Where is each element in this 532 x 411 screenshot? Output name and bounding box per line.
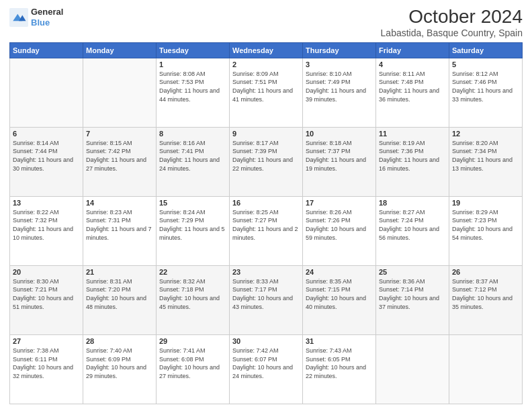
- day-info: Sunrise: 8:27 AM Sunset: 7:24 PM Dayligh…: [379, 208, 446, 242]
- week-row-1: 6Sunrise: 8:14 AM Sunset: 7:44 PM Daylig…: [10, 127, 523, 196]
- day-cell: 13Sunrise: 8:22 AM Sunset: 7:32 PM Dayli…: [10, 196, 83, 265]
- day-info: Sunrise: 8:33 AM Sunset: 7:17 PM Dayligh…: [232, 277, 300, 311]
- week-row-2: 13Sunrise: 8:22 AM Sunset: 7:32 PM Dayli…: [10, 196, 523, 265]
- day-cell: 17Sunrise: 8:26 AM Sunset: 7:26 PM Dayli…: [303, 196, 376, 265]
- day-number: 27: [13, 337, 80, 345]
- page: General Blue October 2024 Labastida, Bas…: [0, 0, 532, 411]
- day-info: Sunrise: 8:08 AM Sunset: 7:53 PM Dayligh…: [159, 70, 226, 103]
- day-number: 19: [452, 199, 519, 207]
- day-number: 3: [306, 60, 373, 68]
- day-cell: 25Sunrise: 8:36 AM Sunset: 7:14 PM Dayli…: [376, 265, 449, 334]
- day-number: 23: [232, 268, 300, 276]
- day-cell: 3Sunrise: 8:10 AM Sunset: 7:49 PM Daylig…: [303, 58, 376, 127]
- day-info: Sunrise: 8:36 AM Sunset: 7:14 PM Dayligh…: [379, 277, 446, 311]
- col-header-monday: Monday: [83, 42, 157, 58]
- calendar-table: SundayMondayTuesdayWednesdayThursdayFrid…: [9, 42, 523, 404]
- logo-icon: [9, 8, 28, 27]
- day-info: Sunrise: 7:38 AM Sunset: 6:11 PM Dayligh…: [13, 347, 80, 380]
- day-info: Sunrise: 8:29 AM Sunset: 7:23 PM Dayligh…: [452, 208, 519, 242]
- day-cell: 31Sunrise: 7:43 AM Sunset: 6:05 PM Dayli…: [303, 334, 376, 404]
- day-cell: 2Sunrise: 8:09 AM Sunset: 7:51 PM Daylig…: [230, 58, 303, 127]
- day-info: Sunrise: 8:12 AM Sunset: 7:46 PM Dayligh…: [452, 70, 519, 103]
- day-info: Sunrise: 8:37 AM Sunset: 7:12 PM Dayligh…: [452, 277, 519, 311]
- day-cell: 12Sunrise: 8:20 AM Sunset: 7:34 PM Dayli…: [449, 127, 523, 196]
- day-cell: 4Sunrise: 8:11 AM Sunset: 7:48 PM Daylig…: [376, 58, 449, 127]
- day-info: Sunrise: 8:35 AM Sunset: 7:15 PM Dayligh…: [306, 277, 373, 311]
- day-info: Sunrise: 8:14 AM Sunset: 7:44 PM Dayligh…: [13, 139, 80, 173]
- day-number: 8: [159, 130, 226, 138]
- day-info: Sunrise: 8:20 AM Sunset: 7:34 PM Dayligh…: [452, 139, 519, 173]
- title-block: October 2024 Labastida, Basque Country, …: [381, 7, 523, 38]
- day-number: 4: [379, 60, 446, 68]
- calendar-header-row: SundayMondayTuesdayWednesdayThursdayFrid…: [10, 42, 523, 58]
- logo: General Blue: [9, 7, 63, 28]
- day-number: 21: [86, 268, 153, 276]
- main-title: October 2024: [381, 7, 523, 28]
- day-cell: 21Sunrise: 8:31 AM Sunset: 7:20 PM Dayli…: [83, 265, 157, 334]
- day-cell: 23Sunrise: 8:33 AM Sunset: 7:17 PM Dayli…: [230, 265, 303, 334]
- day-info: Sunrise: 8:30 AM Sunset: 7:21 PM Dayligh…: [13, 277, 80, 311]
- day-cell: [83, 58, 157, 127]
- day-number: 22: [159, 268, 226, 276]
- day-info: Sunrise: 8:19 AM Sunset: 7:36 PM Dayligh…: [379, 139, 446, 173]
- day-number: 29: [159, 337, 226, 345]
- col-header-sunday: Sunday: [10, 42, 83, 58]
- day-cell: 14Sunrise: 8:23 AM Sunset: 7:31 PM Dayli…: [83, 196, 157, 265]
- day-number: 13: [13, 199, 80, 207]
- day-number: 14: [86, 199, 153, 207]
- day-info: Sunrise: 8:22 AM Sunset: 7:32 PM Dayligh…: [13, 208, 80, 242]
- day-number: 10: [306, 130, 373, 138]
- day-cell: 22Sunrise: 8:32 AM Sunset: 7:18 PM Dayli…: [157, 265, 230, 334]
- day-info: Sunrise: 7:43 AM Sunset: 6:05 PM Dayligh…: [306, 347, 373, 380]
- day-cell: 29Sunrise: 7:41 AM Sunset: 6:08 PM Dayli…: [157, 334, 230, 404]
- day-cell: 20Sunrise: 8:30 AM Sunset: 7:21 PM Dayli…: [10, 265, 83, 334]
- day-cell: 24Sunrise: 8:35 AM Sunset: 7:15 PM Dayli…: [303, 265, 376, 334]
- day-info: Sunrise: 8:11 AM Sunset: 7:48 PM Dayligh…: [379, 70, 446, 103]
- day-info: Sunrise: 8:18 AM Sunset: 7:37 PM Dayligh…: [306, 139, 373, 173]
- day-info: Sunrise: 8:31 AM Sunset: 7:20 PM Dayligh…: [86, 277, 153, 311]
- day-number: 18: [379, 199, 446, 207]
- col-header-saturday: Saturday: [449, 42, 523, 58]
- day-cell: 15Sunrise: 8:24 AM Sunset: 7:29 PM Dayli…: [157, 196, 230, 265]
- day-info: Sunrise: 8:23 AM Sunset: 7:31 PM Dayligh…: [86, 208, 153, 242]
- day-info: Sunrise: 8:16 AM Sunset: 7:41 PM Dayligh…: [159, 139, 226, 173]
- day-cell: 10Sunrise: 8:18 AM Sunset: 7:37 PM Dayli…: [303, 127, 376, 196]
- col-header-wednesday: Wednesday: [230, 42, 303, 58]
- day-cell: 1Sunrise: 8:08 AM Sunset: 7:53 PM Daylig…: [157, 58, 230, 127]
- day-number: 26: [452, 268, 519, 276]
- day-cell: [449, 334, 523, 404]
- col-header-friday: Friday: [376, 42, 449, 58]
- day-info: Sunrise: 8:25 AM Sunset: 7:27 PM Dayligh…: [232, 208, 300, 242]
- col-header-thursday: Thursday: [303, 42, 376, 58]
- day-info: Sunrise: 8:09 AM Sunset: 7:51 PM Dayligh…: [232, 70, 300, 103]
- day-cell: 5Sunrise: 8:12 AM Sunset: 7:46 PM Daylig…: [449, 58, 523, 127]
- col-header-tuesday: Tuesday: [157, 42, 230, 58]
- day-cell: 18Sunrise: 8:27 AM Sunset: 7:24 PM Dayli…: [376, 196, 449, 265]
- week-row-0: 1Sunrise: 8:08 AM Sunset: 7:53 PM Daylig…: [10, 58, 523, 127]
- day-info: Sunrise: 7:40 AM Sunset: 6:09 PM Dayligh…: [86, 347, 153, 380]
- day-number: 28: [86, 337, 153, 345]
- calendar-body: 1Sunrise: 8:08 AM Sunset: 7:53 PM Daylig…: [10, 58, 523, 404]
- header: General Blue October 2024 Labastida, Bas…: [9, 7, 523, 38]
- day-info: Sunrise: 7:42 AM Sunset: 6:07 PM Dayligh…: [232, 347, 300, 380]
- day-info: Sunrise: 8:32 AM Sunset: 7:18 PM Dayligh…: [159, 277, 226, 311]
- day-cell: 28Sunrise: 7:40 AM Sunset: 6:09 PM Dayli…: [83, 334, 157, 404]
- day-info: Sunrise: 7:41 AM Sunset: 6:08 PM Dayligh…: [159, 347, 226, 380]
- day-cell: 26Sunrise: 8:37 AM Sunset: 7:12 PM Dayli…: [449, 265, 523, 334]
- logo-line1: General: [31, 7, 63, 17]
- subtitle: Labastida, Basque Country, Spain: [381, 28, 523, 38]
- day-info: Sunrise: 8:26 AM Sunset: 7:26 PM Dayligh…: [306, 208, 373, 242]
- day-number: 20: [13, 268, 80, 276]
- day-info: Sunrise: 8:17 AM Sunset: 7:39 PM Dayligh…: [232, 139, 300, 173]
- day-number: 25: [379, 268, 446, 276]
- day-cell: 6Sunrise: 8:14 AM Sunset: 7:44 PM Daylig…: [10, 127, 83, 196]
- day-number: 31: [306, 337, 373, 345]
- day-cell: 27Sunrise: 7:38 AM Sunset: 6:11 PM Dayli…: [10, 334, 83, 404]
- logo-line2: Blue: [31, 17, 63, 28]
- day-cell: 7Sunrise: 8:15 AM Sunset: 7:42 PM Daylig…: [83, 127, 157, 196]
- day-number: 16: [232, 199, 300, 207]
- day-cell: 19Sunrise: 8:29 AM Sunset: 7:23 PM Dayli…: [449, 196, 523, 265]
- day-number: 6: [13, 130, 80, 138]
- day-cell: [10, 58, 83, 127]
- day-number: 1: [159, 60, 226, 68]
